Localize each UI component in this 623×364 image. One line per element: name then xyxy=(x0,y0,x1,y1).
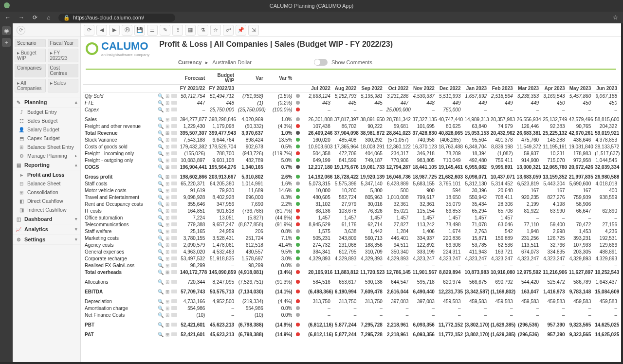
expand-icon[interactable]: ⊞ xyxy=(164,123,171,129)
row-label[interactable]: Costs of goods sold xyxy=(83,143,157,150)
cell-month[interactable]: 76,326 xyxy=(358,207,385,214)
cell-month[interactable]: 690,792 xyxy=(489,278,515,285)
col-month[interactable]: Oct 2022 xyxy=(385,85,411,92)
cell-month[interactable]: 16,370,123 xyxy=(410,143,437,150)
cell-budget[interactable]: 3,528,431 xyxy=(207,235,236,241)
row-label[interactable]: Freight - outgoing only xyxy=(83,157,157,164)
cell-month[interactable]: 404,065 xyxy=(358,150,385,157)
cell-varpct[interactable]: 13.5% xyxy=(265,136,294,143)
cell-month[interactable]: 827,276 xyxy=(541,194,567,200)
row-label[interactable]: Allocations xyxy=(83,278,157,285)
cell-month[interactable]: – xyxy=(306,106,332,113)
cell-month[interactable]: 42,579,496 xyxy=(567,116,593,123)
cell-month[interactable]: 5,877,244 xyxy=(332,331,359,338)
cell-month[interactable]: 59,019,921 xyxy=(593,129,619,136)
col-month[interactable]: Jan 2023 xyxy=(462,85,489,92)
cell-var[interactable]: 554,986 xyxy=(236,305,265,311)
expand-icon[interactable]: ⊞ xyxy=(164,180,171,187)
col-month[interactable]: Nov 2022 xyxy=(410,85,437,92)
cell-month[interactable]: 542 xyxy=(489,228,515,235)
cell-month[interactable]: – xyxy=(410,106,437,113)
cell-month[interactable]: 333,199 xyxy=(410,248,437,255)
cell-month[interactable]: 595,718 xyxy=(410,278,437,285)
cell-month[interactable]: 708,411 xyxy=(489,194,515,200)
cell-month[interactable]: 8,098,071 xyxy=(462,173,489,180)
tag-icon[interactable] xyxy=(171,278,178,285)
cell-forecast[interactable]: 164,851 xyxy=(178,207,207,214)
tag-icon[interactable] xyxy=(171,311,178,318)
cell-month[interactable]: – xyxy=(410,311,437,318)
tool-forward[interactable]: ▶ xyxy=(109,25,120,36)
cell-month[interactable]: – xyxy=(515,214,541,221)
cell-month[interactable]: (571,057) xyxy=(385,136,411,143)
cell-var[interactable]: 5,310,802 xyxy=(236,173,265,180)
cell-var[interactable]: (8,877,858) xyxy=(236,221,265,228)
cell-month[interactable]: 20,640 xyxy=(489,187,515,194)
cell-month[interactable]: (1,082) xyxy=(489,150,515,157)
expand-icon[interactable]: ⊞ xyxy=(164,288,171,295)
cell-month[interactable]: – xyxy=(567,214,593,221)
cell-month[interactable]: 11,901,567 xyxy=(410,269,437,275)
cell-forecast[interactable]: 52,421,601 xyxy=(178,321,207,328)
cell-month[interactable]: 31,102 xyxy=(306,200,332,207)
tag-icon[interactable] xyxy=(171,200,178,207)
cell-month[interactable]: 612,795 xyxy=(332,248,359,255)
tag-icon[interactable] xyxy=(171,321,178,328)
drill-icon[interactable]: 🔍 xyxy=(157,99,164,106)
cell-month[interactable]: 6,428,889 xyxy=(385,180,411,187)
tag-icon[interactable] xyxy=(171,143,178,150)
cell-budget[interactable]: 347,956 xyxy=(207,200,236,207)
cell-month[interactable]: 10,903,603 xyxy=(306,143,332,150)
cell-month[interactable]: 397,083 xyxy=(385,298,411,305)
cell-month[interactable]: – xyxy=(306,311,332,318)
cell-month[interactable]: – xyxy=(385,305,411,311)
cell-month[interactable]: 4,323,247 xyxy=(410,255,437,262)
cell-month[interactable]: 9,067,188 xyxy=(593,92,619,100)
cell-month[interactable]: 18,987,725 xyxy=(410,173,437,180)
cell-month[interactable]: 37,327,135 xyxy=(410,116,437,123)
cell-month[interactable]: – xyxy=(437,305,463,311)
expand-icon[interactable]: ⊞ xyxy=(164,241,171,248)
drill-icon[interactable]: 🔍 xyxy=(157,241,164,248)
cell-month[interactable]: 841,599 xyxy=(332,157,359,164)
cell-month[interactable]: 805,963 xyxy=(358,194,385,200)
drill-icon[interactable]: 🔍 xyxy=(157,129,164,136)
cell-month[interactable]: 204,322 xyxy=(593,123,619,129)
cell-month[interactable]: 2,518,564 xyxy=(489,92,515,100)
col-month[interactable]: Feb 2023 xyxy=(489,85,515,92)
cell-month[interactable]: 167 xyxy=(515,187,541,194)
row-label[interactable]: Agency costs xyxy=(83,241,157,248)
cell-month[interactable]: 447 xyxy=(385,99,411,106)
tag-icon[interactable] xyxy=(171,214,178,221)
cell-month[interactable]: 15,053,153 xyxy=(462,129,489,136)
cell-month[interactable]: – xyxy=(358,262,385,269)
row-label[interactable]: Gross profit xyxy=(83,173,157,180)
cell-month[interactable]: 25,132,749 xyxy=(541,116,567,123)
cell-month[interactable]: – xyxy=(489,311,515,318)
cell-month[interactable]: 550,942 xyxy=(462,194,489,200)
cell-month[interactable]: 710,049 xyxy=(437,157,463,164)
cell-forecast[interactable]: 198,602,866 xyxy=(178,173,207,180)
cell-month[interactable]: – xyxy=(541,311,567,318)
cell-varpct[interactable]: 1.0% xyxy=(265,129,294,136)
cell-budget[interactable]: 788,700 xyxy=(207,150,236,157)
cell-budget[interactable]: 448 xyxy=(207,99,236,106)
cell-var[interactable]: (6,798,388) xyxy=(236,331,265,338)
cell-forecast[interactable]: 140,172,778 xyxy=(178,269,207,275)
tag-icon[interactable] xyxy=(171,194,178,200)
cell-month[interactable]: 18,441,105 xyxy=(410,164,437,170)
tag-icon[interactable] xyxy=(171,123,178,129)
cell-month[interactable]: 231,256 xyxy=(515,235,541,241)
cell-budget[interactable]: – xyxy=(207,262,236,269)
row-label[interactable]: IT costs xyxy=(83,207,157,214)
cell-month[interactable]: 30,016 xyxy=(358,200,385,207)
cell-month[interactable]: 40,828,065 xyxy=(437,129,463,136)
cell-month[interactable]: 15,084,609 xyxy=(593,288,619,295)
tool-home[interactable]: Ⓗ xyxy=(122,25,132,36)
tool-pin[interactable]: 📌 xyxy=(236,25,246,36)
cell-month[interactable]: 4,198 xyxy=(541,200,567,207)
drill-icon[interactable]: 🔍 xyxy=(157,150,164,157)
cell-budget[interactable]: 25,750,000 xyxy=(207,106,236,113)
row-label[interactable]: COGS xyxy=(83,164,157,170)
cell-month[interactable]: 40,747,440 xyxy=(437,116,463,123)
